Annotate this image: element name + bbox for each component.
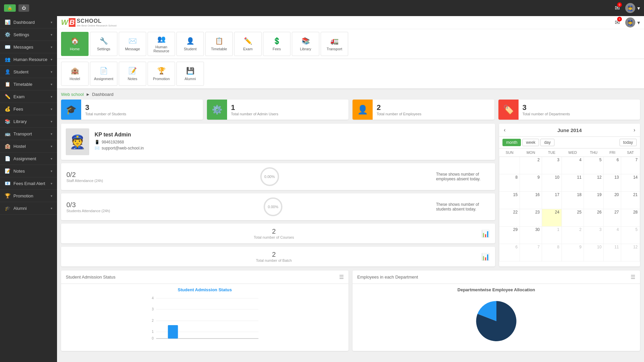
calendar-cell[interactable]: 3 <box>584 227 604 244</box>
calendar-cell[interactable]: 28 <box>621 209 640 227</box>
sidebar-item-notes[interactable]: 📝 Notes ▾ <box>0 165 57 177</box>
admission-chart-menu[interactable]: ☰ <box>339 274 344 280</box>
calendar-cell[interactable]: 23 <box>520 209 542 227</box>
header-user-menu[interactable]: 👮 ▾ <box>625 17 640 27</box>
calendar-cell[interactable]: 14 <box>621 174 640 192</box>
header-dropdown-arrow: ▾ <box>637 19 640 26</box>
header-notification[interactable]: ✉ 0 <box>615 19 620 26</box>
calendar-cell[interactable]: 4 <box>561 157 584 174</box>
calendar-cell[interactable]: 8 <box>542 244 561 261</box>
calendar-cell[interactable]: 2 <box>520 157 542 174</box>
notes-icon: 📝 <box>5 168 10 174</box>
sidebar-item-exam[interactable]: ✏️ Exam ▾ <box>0 90 57 103</box>
nav-timetable[interactable]: 📋 Timetable <box>205 32 233 56</box>
logo-w: W <box>61 18 68 27</box>
nav-notes[interactable]: 📝 Notes <box>119 62 146 86</box>
profile-details: KP test Admin 📱 9846192868 ✉️ support@we… <box>95 132 144 152</box>
calendar-cell[interactable]: 5 <box>584 157 604 174</box>
calendar-cell[interactable]: 15 <box>499 192 520 209</box>
calendar-cell[interactable]: 13 <box>604 174 621 192</box>
calendar-cell[interactable]: 6 <box>499 244 520 261</box>
calendar-cell[interactable]: 10 <box>542 174 561 192</box>
calendar-cell[interactable]: 7 <box>621 157 640 174</box>
cal-week-btn[interactable]: week <box>522 139 539 146</box>
calendar-cell[interactable]: 19 <box>584 192 604 209</box>
calendar-cell[interactable]: 4 <box>604 227 621 244</box>
nav-transport[interactable]: 🚛 Transport <box>321 32 348 56</box>
user-menu[interactable]: 👮 ▾ <box>625 3 640 13</box>
breadcrumb-home[interactable]: Web school <box>61 92 84 97</box>
sidebar-item-human-resource[interactable]: 👥 Human Resource ▾ <box>0 53 57 66</box>
sidebar-item-promotion[interactable]: 🏆 Promotion ▾ <box>0 190 57 202</box>
calendar-cell[interactable]: 5 <box>621 227 640 244</box>
calendar-cell[interactable]: 9 <box>561 244 584 261</box>
calendar-cell[interactable]: 21 <box>621 192 640 209</box>
power-button[interactable]: ⏻ <box>18 4 29 12</box>
calendar-cell[interactable]: 3 <box>542 157 561 174</box>
calendar-cell[interactable]: 26 <box>584 209 604 227</box>
cal-day-btn[interactable]: day <box>540 139 554 146</box>
nav-message[interactable]: ✉️ Message <box>119 32 146 56</box>
sidebar-item-timetable[interactable]: 📋 Timetable ▾ <box>0 78 57 90</box>
calendar-cell[interactable]: 16 <box>520 192 542 209</box>
sidebar-item-settings[interactable]: ⚙️ Settings ▾ <box>0 28 57 41</box>
nav-alumni[interactable]: 💾 Alumni <box>176 62 204 86</box>
calendar-cell[interactable]: 22 <box>499 209 520 227</box>
nav-home[interactable]: 🏠 Home <box>61 32 89 56</box>
nav-hostel[interactable]: 🏨 Hostel <box>61 62 89 86</box>
assignment-nav-icon: 📄 <box>100 67 108 75</box>
calendar-cell[interactable]: 6 <box>604 157 621 174</box>
sidebar-item-hostel[interactable]: 🏨 Hostel ▾ <box>0 140 57 153</box>
cal-month-btn[interactable]: month <box>502 139 521 146</box>
calendar-cell[interactable]: 1 <box>542 227 561 244</box>
cal-today-btn[interactable]: today <box>620 139 637 146</box>
sidebar-item-dashboard[interactable]: 📊 Dashboard ▾ <box>0 16 57 28</box>
sidebar-item-messages[interactable]: ✉️ Messages ▾ <box>0 41 57 53</box>
calendar-cell[interactable]: 9 <box>520 174 542 192</box>
calendar-cell[interactable]: 11 <box>604 244 621 261</box>
nav-promotion[interactable]: 🏆 Promotion <box>148 62 175 86</box>
sidebar-item-assignment[interactable]: 📄 Assignment ▾ <box>0 153 57 165</box>
calendar-cell[interactable]: 29 <box>499 227 520 244</box>
calendar-cell[interactable]: 18 <box>561 192 584 209</box>
sidebar-item-transport[interactable]: 🚌 Transport ▾ <box>0 128 57 140</box>
student-att-circle: 0.00% <box>264 197 282 216</box>
calendar-cell[interactable]: 27 <box>604 209 621 227</box>
nav-settings[interactable]: 🔧 Settings <box>90 32 117 56</box>
department-chart-menu[interactable]: ☰ <box>631 274 635 280</box>
nav-library[interactable]: 📚 Library <box>292 32 319 56</box>
calendar-cell[interactable]: 10 <box>584 244 604 261</box>
sidebar-item-fees[interactable]: 💰 Fees ▾ <box>0 103 57 115</box>
chevron-icon: ▾ <box>51 107 52 111</box>
calendar-cell[interactable]: 30 <box>520 227 542 244</box>
calendar-cell[interactable]: 2 <box>561 227 584 244</box>
calendar-cell[interactable]: 8 <box>499 174 520 192</box>
sidebar-item-student[interactable]: 👤 Student ▾ <box>0 66 57 78</box>
calendar-cell[interactable]: 25 <box>561 209 584 227</box>
nav-fees[interactable]: 💲 Fees <box>263 32 290 56</box>
dashboard-content: 🎓 3 Total number of Students ⚙️ 1 Total … <box>57 100 644 355</box>
home-icon: 🏠 <box>71 37 79 45</box>
calendar-cell[interactable]: 7 <box>520 244 542 261</box>
notification-bell[interactable]: ✉ 0 <box>615 4 620 12</box>
calendar-cell[interactable]: 17 <box>542 192 561 209</box>
sidebar-label-exam: Exam <box>13 94 24 99</box>
nav-exam[interactable]: ✏️ Exam <box>234 32 262 56</box>
calendar-cell[interactable]: 12 <box>621 244 640 261</box>
calendar-cell[interactable]: 24 <box>542 209 561 227</box>
nav-assignment[interactable]: 📄 Assignment <box>90 62 117 86</box>
cal-prev-btn[interactable]: ‹ <box>504 127 505 133</box>
sidebar-item-library[interactable]: 📚 Library ▾ <box>0 115 57 128</box>
cal-next-btn[interactable]: › <box>634 127 635 133</box>
chevron-icon: ▾ <box>51 157 52 161</box>
calendar-cell[interactable]: 20 <box>604 192 621 209</box>
calendar-cell[interactable]: 11 <box>561 174 584 192</box>
calendar-cell[interactable] <box>499 157 520 174</box>
sidebar-item-alumni[interactable]: 🎓 Alumni ▾ <box>0 202 57 215</box>
calendar-cell[interactable]: 12 <box>584 174 604 192</box>
nav-student[interactable]: 👤 Student <box>176 32 204 56</box>
nav-human-resource[interactable]: 👥 Human Resource <box>148 32 175 56</box>
nav-home-label: Home <box>70 47 79 51</box>
lock-button[interactable]: 🔒 <box>4 4 16 12</box>
sidebar-item-fees-email-alert[interactable]: 📧 Fees Email Alert ▾ <box>0 177 57 190</box>
